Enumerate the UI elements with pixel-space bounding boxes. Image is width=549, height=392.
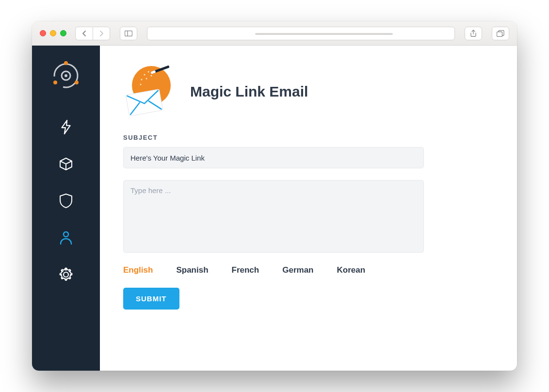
window-controls xyxy=(40,30,66,36)
sidebar-item-cube[interactable] xyxy=(57,155,75,173)
lang-tab-english[interactable]: English xyxy=(123,265,153,275)
lang-tab-french[interactable]: French xyxy=(232,265,259,275)
nav-buttons xyxy=(75,27,110,40)
lightning-icon xyxy=(60,120,72,134)
magic-link-illustration xyxy=(123,65,177,118)
sidebar-item-lightning[interactable] xyxy=(57,118,75,136)
sidebar-item-shield[interactable] xyxy=(57,192,75,210)
titlebar xyxy=(32,21,517,46)
minimize-window-button[interactable] xyxy=(50,30,56,36)
browser-window: Magic Link Email SUBJECT English Spanish… xyxy=(32,21,517,371)
lang-tab-german[interactable]: German xyxy=(282,265,313,275)
share-button[interactable] xyxy=(465,27,482,40)
svg-point-8 xyxy=(75,81,79,84)
language-tabs: English Spanish French German Korean xyxy=(123,265,488,275)
submit-button[interactable]: SUBMIT xyxy=(123,288,179,310)
sidebar-item-user[interactable] xyxy=(57,229,75,246)
shield-icon xyxy=(59,193,73,209)
sidebar xyxy=(32,46,100,371)
app-body: Magic Link Email SUBJECT English Spanish… xyxy=(32,46,517,371)
logo-icon xyxy=(49,59,82,92)
svg-point-7 xyxy=(53,81,57,84)
lang-tab-spanish[interactable]: Spanish xyxy=(176,265,208,275)
maximize-window-button[interactable] xyxy=(60,30,66,36)
user-icon xyxy=(59,230,73,245)
forward-button[interactable] xyxy=(93,27,110,40)
page-title: Magic Link Email xyxy=(190,83,308,100)
sidebar-icon xyxy=(125,31,132,36)
svg-point-14 xyxy=(144,74,145,76)
svg-point-15 xyxy=(148,71,149,73)
sidebar-toggle-button[interactable] xyxy=(120,27,137,40)
app-logo[interactable] xyxy=(49,59,82,94)
page-header: Magic Link Email xyxy=(123,65,488,118)
svg-point-5 xyxy=(65,74,67,77)
close-window-button[interactable] xyxy=(40,30,46,36)
sidebar-item-settings[interactable] xyxy=(57,266,75,283)
svg-rect-0 xyxy=(125,31,132,36)
lang-tab-korean[interactable]: Korean xyxy=(337,265,365,275)
svg-point-19 xyxy=(140,84,142,85)
svg-point-16 xyxy=(141,79,143,81)
svg-point-10 xyxy=(64,272,68,277)
svg-point-6 xyxy=(64,61,68,65)
body-textarea[interactable] xyxy=(123,180,424,253)
chevron-right-icon xyxy=(98,31,104,36)
svg-point-9 xyxy=(64,232,68,237)
back-button[interactable] xyxy=(75,27,93,40)
gear-icon xyxy=(59,267,73,282)
tabs-icon xyxy=(497,30,504,37)
chevron-left-icon xyxy=(81,31,87,36)
address-bar[interactable] xyxy=(147,27,455,40)
svg-rect-2 xyxy=(497,32,502,36)
svg-rect-20 xyxy=(126,89,163,116)
cube-icon xyxy=(59,157,73,171)
svg-point-17 xyxy=(146,78,147,80)
main-content: Magic Link Email SUBJECT English Spanish… xyxy=(100,46,517,371)
share-icon xyxy=(470,30,477,37)
svg-point-18 xyxy=(151,75,152,77)
subject-label: SUBJECT xyxy=(123,134,488,141)
subject-input[interactable] xyxy=(123,147,424,168)
tabs-button[interactable] xyxy=(492,27,509,40)
